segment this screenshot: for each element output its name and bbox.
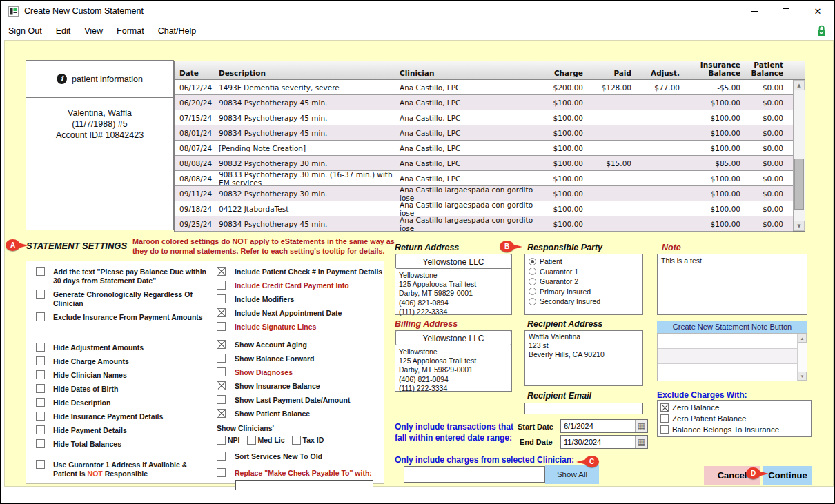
table-cell: $128.00 — [591, 80, 640, 95]
tax-id-checkbox[interactable] — [292, 436, 301, 445]
table-row[interactable]: 08/01/2490834 Psychotherapy 45 min.Ana C… — [175, 125, 793, 141]
radio-button[interactable] — [529, 268, 536, 275]
setting-left-checkbox[interactable] — [36, 356, 45, 365]
clinician-filter-input[interactable] — [404, 466, 545, 483]
table-row[interactable]: 09/11/2490832 Psychotherapy 30 min.Ana C… — [175, 186, 793, 201]
replace-check-payable-input[interactable] — [235, 480, 373, 490]
setting-left-checkbox[interactable] — [36, 460, 45, 469]
note-textarea[interactable]: This is a test — [657, 254, 807, 315]
table-row[interactable]: 08/08/2490832 Psychotherapy 30 min.Ana C… — [175, 156, 793, 171]
table-cell: Ana Castillo, LPC — [398, 80, 533, 95]
setting-left-checkbox[interactable] — [36, 343, 45, 352]
setting-left-checkbox[interactable] — [36, 398, 45, 407]
setting-right-checkbox[interactable] — [217, 367, 226, 376]
sort-services-checkbox[interactable] — [217, 452, 226, 461]
exclude-checkbox[interactable] — [660, 414, 669, 423]
clinician-filter-intro: Only include charges from selected Clini… — [395, 455, 574, 465]
return-address-block: Yellowstone LLC Yellowstone125 Appaloosa… — [395, 254, 512, 315]
recipient-email-input[interactable] — [524, 403, 643, 414]
scroll-up-icon[interactable]: ▲ — [794, 80, 805, 90]
table-scrollbar[interactable]: ▲ ▼ — [793, 80, 805, 231]
scrollbar-thumb[interactable] — [794, 159, 804, 210]
table-row[interactable]: 06/20/2490834 Psychotherapy 45 min.Ana C… — [175, 95, 793, 110]
continue-button[interactable]: Continue — [763, 466, 812, 485]
setting-right-row: Include Next Appointment Date — [217, 308, 382, 318]
setting-left-label: Hide Clinician Names — [53, 370, 209, 380]
table-cell: $100.00 — [688, 201, 747, 216]
exclude-checkbox[interactable] — [660, 425, 669, 434]
radio-button[interactable] — [529, 278, 536, 285]
table-row[interactable]: 09/18/2404122 JtabordaTestAna Castillo l… — [175, 201, 793, 216]
setting-right-checkbox[interactable] — [217, 395, 226, 404]
setting-left-row: Exclude Insurance From Payment Amounts — [36, 312, 210, 322]
secure-lock-icon — [817, 25, 826, 39]
setting-left-checkbox[interactable] — [36, 425, 45, 434]
setting-right-checkbox[interactable] — [217, 354, 226, 363]
show-all-button[interactable]: Show All — [545, 465, 599, 484]
table-cell: 09/11/24 — [175, 186, 217, 201]
maximize-button[interactable] — [770, 1, 802, 21]
table-cell: $100.00 — [688, 171, 747, 186]
setting-right-checkbox[interactable] — [217, 308, 226, 317]
replace-check-payable-checkbox[interactable] — [217, 468, 226, 477]
menu-item-sign-out[interactable]: Sign Out — [1, 26, 49, 36]
menu-item-view[interactable]: View — [77, 26, 110, 36]
note-list-scrollbar[interactable]: ▲ ▼ — [797, 334, 807, 381]
note-header: Note — [662, 243, 681, 252]
radio-button[interactable] — [529, 298, 536, 305]
calendar-icon[interactable]: ▦ — [635, 436, 647, 448]
note-scroll-down-icon[interactable]: ▼ — [798, 372, 807, 381]
create-statement-note-button[interactable]: Create New Statement Note Button — [657, 321, 807, 333]
setting-right-checkbox[interactable] — [217, 322, 226, 331]
statement-note-row[interactable] — [658, 334, 807, 349]
minimize-button[interactable] — [738, 1, 770, 21]
menu-items: Sign OutEditViewFormatChat/Help — [1, 26, 203, 36]
setting-left-checkbox[interactable] — [36, 370, 45, 379]
setting-left-checkbox[interactable] — [36, 412, 45, 421]
radio-button[interactable] — [529, 258, 536, 265]
recipient-address-lines: Waffla Valentina123 stBeverly Hills, CA … — [525, 331, 642, 361]
setting-left-checkbox[interactable] — [36, 312, 45, 321]
table-cell: 08/08/24 — [175, 156, 217, 171]
setting-right-checkbox[interactable] — [217, 381, 226, 390]
address-line: Beverly Hills, CA 90210 — [529, 350, 639, 359]
menu-item-chat-help[interactable]: Chat/Help — [151, 26, 204, 36]
table-row[interactable]: 06/12/241493F Dementia severity, severeA… — [175, 80, 793, 95]
table-row[interactable]: 09/25/2490834 Psychotherapy 45 min.Ana C… — [175, 216, 793, 232]
setting-left-label: Hide Adjustment Amounts — [53, 343, 209, 352]
sort-services-label: Sort Services New To Old — [235, 452, 322, 461]
setting-left-checkbox[interactable] — [36, 439, 45, 448]
setting-right-row: Include Signature Lines — [217, 322, 382, 332]
table-cell: Ana Castillo, LPC — [398, 141, 533, 156]
npi-checkbox[interactable] — [217, 436, 226, 445]
radio-button[interactable] — [529, 288, 536, 295]
calendar-icon[interactable]: ▦ — [635, 420, 647, 432]
setting-right-checkbox[interactable] — [217, 409, 226, 418]
setting-left-checkbox[interactable] — [36, 290, 45, 299]
table-row[interactable]: 07/15/2490834 Psychotherapy 45 min.Ana C… — [175, 110, 793, 125]
close-button[interactable]: ✕ — [802, 1, 834, 21]
setting-right-row: Show Balance Forward — [217, 354, 382, 363]
setting-right-checkbox[interactable] — [217, 267, 226, 276]
setting-right-checkbox[interactable] — [217, 294, 226, 303]
setting-left-checkbox[interactable] — [36, 384, 45, 393]
table-row[interactable]: 08/07/24[Pending Note Creation]Ana Casti… — [175, 141, 793, 156]
setting-right-label: Include Modifiers — [235, 294, 294, 304]
table-row[interactable]: 08/08/2490833 Psychotherapy 30 min. (16-… — [175, 171, 793, 186]
note-scroll-up-icon[interactable]: ▲ — [798, 334, 807, 343]
setting-right-checkbox[interactable] — [217, 340, 226, 349]
menu-item-format[interactable]: Format — [110, 26, 151, 36]
statement-note-row[interactable] — [658, 364, 807, 379]
statement-note-row[interactable] — [658, 349, 807, 364]
address-line: 123 st — [529, 341, 639, 350]
scroll-down-icon[interactable]: ▼ — [794, 221, 805, 231]
setting-right-checkbox[interactable] — [217, 281, 226, 290]
med-lic-checkbox[interactable] — [247, 436, 256, 445]
close-icon: ✕ — [814, 6, 822, 17]
billing-address-selector[interactable]: Yellowstone LLC — [395, 330, 511, 345]
setting-left-checkbox[interactable] — [36, 267, 45, 276]
menu-item-edit[interactable]: Edit — [49, 26, 78, 36]
create-new-custom-statement-window: Create New Custom Statement ✕ Sign OutEd… — [0, 0, 835, 504]
exclude-checkbox[interactable] — [660, 403, 669, 412]
return-address-selector[interactable]: Yellowstone LLC — [395, 254, 511, 269]
